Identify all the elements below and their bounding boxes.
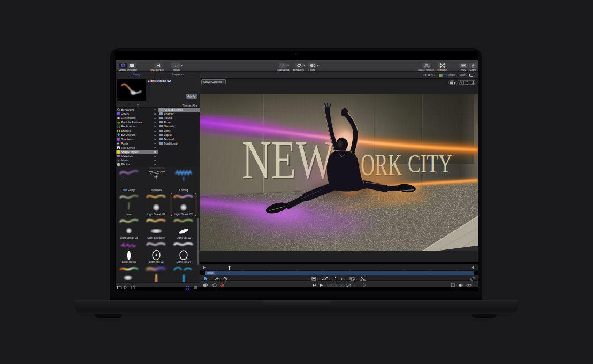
svg-text:▾: ▾ — [344, 278, 345, 280]
svg-text:Lawn: Lawn — [126, 212, 132, 215]
svg-text:Light Tail 03: Light Tail 03 — [149, 260, 163, 263]
svg-text:Light Streak 02: Light Streak 02 — [174, 212, 193, 215]
svg-text:Iron Filings: Iron Filings — [122, 188, 135, 192]
svg-text:▾: ▾ — [209, 278, 210, 280]
svg-text:▾: ▾ — [329, 278, 330, 280]
svg-text:Light Tail 04: Light Tail 04 — [176, 260, 191, 263]
svg-text:Light Tail 01: Light Tail 01 — [176, 236, 191, 239]
svg-text:▾: ▾ — [354, 285, 356, 287]
svg-text:▾: ▾ — [229, 278, 230, 280]
svg-text:Light Streak 04: Light Streak 04 — [147, 236, 165, 239]
svg-text:Light Tail 02: Light Tail 02 — [121, 260, 136, 263]
svg-text:▾: ▾ — [356, 278, 357, 280]
svg-text:Japanese: Japanese — [150, 188, 162, 192]
svg-text:Light Streak 01: Light Streak 01 — [147, 212, 165, 215]
svg-text:00:00:00: 00:00:00 — [327, 283, 345, 288]
svg-text:Knitting: Knitting — [179, 188, 188, 192]
svg-text:54: 54 — [346, 283, 352, 288]
svg-text:▾: ▾ — [317, 278, 318, 280]
svg-text:Light Streak 03: Light Streak 03 — [120, 236, 138, 239]
